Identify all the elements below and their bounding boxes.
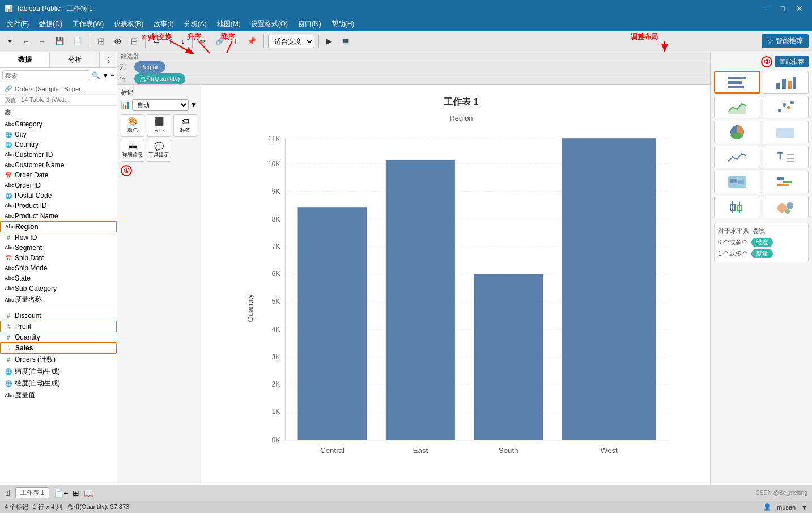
field-profit[interactable]: # Profit xyxy=(0,321,117,332)
menu-analysis[interactable]: 分析(A) xyxy=(180,18,211,30)
field-customer-id[interactable]: Abc Customer ID xyxy=(0,150,117,160)
menu-data[interactable]: 数据(D) xyxy=(35,18,67,30)
field-category[interactable]: Abc Category xyxy=(0,119,117,129)
region-column-pill[interactable]: Region xyxy=(134,61,165,73)
toolbar-pin[interactable]: 📌 xyxy=(244,35,260,48)
chart-type-area[interactable] xyxy=(714,96,760,118)
add-story-btn[interactable]: 📖 xyxy=(84,489,93,498)
chart-type-map[interactable] xyxy=(763,121,809,143)
menu-map[interactable]: 地图(M) xyxy=(212,18,245,30)
field-lat[interactable]: 🌐 纬度(自动生成) xyxy=(0,366,117,378)
sheet1-tab[interactable]: 工作表 1 xyxy=(15,487,49,498)
menu-story[interactable]: 故事(I) xyxy=(149,18,178,30)
menu-help[interactable]: 帮助(H) xyxy=(327,18,359,30)
chart-type-line[interactable] xyxy=(714,146,760,168)
maximize-btn[interactable]: □ xyxy=(776,4,789,13)
minimize-btn[interactable]: ─ xyxy=(759,4,773,13)
field-customer-name[interactable]: Abc Customer Name xyxy=(0,160,117,170)
field-postal-code[interactable]: 🌐 Postal Code xyxy=(0,190,117,201)
chart-type-filled-map[interactable] xyxy=(714,171,760,193)
field-quantity[interactable]: # Quantity xyxy=(0,332,117,342)
toolbar-text[interactable]: T xyxy=(230,35,241,48)
field-lon[interactable]: 🌐 经度(自动生成) xyxy=(0,378,117,389)
menu-file[interactable]: 文件(F) xyxy=(2,18,33,30)
search-input[interactable] xyxy=(2,70,90,80)
toolbar-new[interactable]: ✦ xyxy=(3,35,16,48)
field-segment[interactable]: Abc Segment xyxy=(0,243,117,253)
tab-data[interactable]: 数据 xyxy=(0,52,50,67)
chart-type-vbar[interactable] xyxy=(763,71,809,94)
bar-central[interactable] xyxy=(298,207,367,440)
suggest-dim-badge[interactable]: 维度 xyxy=(751,238,773,247)
list-icon[interactable]: ≡ xyxy=(110,71,114,79)
marks-detail-btn[interactable]: ≡≡ 详细信息 xyxy=(121,139,144,162)
menu-format[interactable]: 设置格式(O) xyxy=(246,18,292,30)
quantity-row-pill[interactable]: 总和(Quantity) xyxy=(134,73,185,84)
toolbar-new-datasource[interactable]: ⊞ xyxy=(94,33,108,49)
add-dashboard-btn[interactable]: ⊞ xyxy=(73,489,79,498)
toolbar-highlight[interactable]: ✏ xyxy=(197,35,210,48)
field-order-date[interactable]: 📅 Order Date xyxy=(0,170,117,180)
add-sheet-btn[interactable]: 📄+ xyxy=(54,489,68,498)
menu-dashboard[interactable]: 仪表板(B) xyxy=(109,18,148,30)
toolbar-undo[interactable]: ⊕ xyxy=(110,33,125,49)
field-measure-names[interactable]: Abc 度量名称 xyxy=(0,294,117,306)
bar-east[interactable] xyxy=(386,160,455,440)
toolbar-present[interactable]: ▶ xyxy=(323,35,335,48)
bar-south[interactable] xyxy=(474,274,543,440)
field-discount[interactable]: # Discount xyxy=(0,311,117,321)
smart-recommend-btn[interactable]: 智能推荐 xyxy=(775,56,809,67)
field-product-name[interactable]: Abc Product Name xyxy=(0,211,117,221)
suggest-meas-badge[interactable]: 度量 xyxy=(751,249,773,258)
field-ship-mode[interactable]: Abc Ship Mode xyxy=(0,263,117,273)
marks-color-btn[interactable]: 🎨 颜色 xyxy=(121,114,144,137)
chart-type-box[interactable] xyxy=(714,196,760,218)
chart-type-pie[interactable] xyxy=(714,121,760,143)
menu-window[interactable]: 窗口(N) xyxy=(294,18,326,30)
bar-west[interactable] xyxy=(562,138,656,440)
toolbar-save[interactable]: 💾 xyxy=(52,35,67,48)
toolbar-swap[interactable]: ⇄ xyxy=(150,35,163,48)
field-ship-date[interactable]: 📅 Ship Date xyxy=(0,253,117,263)
field-orders-count[interactable]: # Orders (计数) xyxy=(0,354,117,366)
chart-type-scatter[interactable] xyxy=(763,96,809,118)
toolbar-sort-asc[interactable]: ↑ xyxy=(165,35,176,48)
field-region[interactable]: Abc Region xyxy=(0,221,117,232)
marks-label-btn[interactable]: 🏷 标签 xyxy=(173,114,197,137)
toolbar-forward[interactable]: → xyxy=(35,35,49,48)
chart-type-text[interactable]: T xyxy=(763,146,809,168)
user-dropdown[interactable]: ▼ xyxy=(801,504,807,511)
field-row-id[interactable]: # Row ID xyxy=(0,232,117,243)
toolbar-device[interactable]: 💻 xyxy=(338,35,354,48)
marks-tooltip-btn[interactable]: 💬 工具提示 xyxy=(147,139,171,162)
chart-type-bubble[interactable] xyxy=(763,196,809,218)
filter-icon[interactable]: ▼ xyxy=(102,71,109,79)
chart-type-hbar[interactable] xyxy=(714,71,760,94)
field-city[interactable]: 🌐 City xyxy=(0,129,117,139)
marks-size-btn[interactable]: ⬛ 大小 xyxy=(147,114,171,137)
field-state[interactable]: Abc State xyxy=(0,273,117,283)
toolbar-annotate[interactable]: 🔗 xyxy=(212,35,228,48)
toolbar-redo[interactable]: ⊟ xyxy=(127,33,141,49)
toolbar-saveas[interactable]: 📄 xyxy=(70,35,86,48)
title-bar-controls[interactable]: ─ □ ✕ xyxy=(759,4,807,13)
field-order-id[interactable]: Abc Order ID xyxy=(0,180,117,190)
search-icon[interactable]: 🔍 xyxy=(92,71,100,79)
field-measure-values[interactable]: Abc 度量值 xyxy=(0,389,117,401)
field-sales[interactable]: # Sales xyxy=(0,342,117,354)
field-country[interactable]: 🌐 Country xyxy=(0,139,117,150)
toolbar-sort-desc[interactable]: ↓ xyxy=(178,35,189,48)
close-btn[interactable]: ✕ xyxy=(792,4,807,13)
datasource-tab[interactable]: 🗄 xyxy=(5,490,11,497)
field-sub-category[interactable]: Abc Sub-Category xyxy=(0,283,117,294)
toolbar-back[interactable]: ← xyxy=(19,35,33,48)
fit-dropdown[interactable]: 适合宽度 xyxy=(268,35,314,48)
field-product-id[interactable]: Abc Product ID xyxy=(0,201,117,211)
marks-dropdown-arrow[interactable]: ▼ xyxy=(190,101,197,109)
left-panel-options[interactable]: ⋮ xyxy=(100,52,117,67)
smart-recommend-toolbar-btn[interactable]: ☆ 智能推荐 xyxy=(762,34,809,48)
marks-type-dropdown[interactable]: 自动 xyxy=(132,99,189,111)
chart-type-gantt[interactable] xyxy=(763,171,809,193)
tab-analysis[interactable]: 分析 xyxy=(50,52,100,67)
menu-worksheet[interactable]: 工作表(W) xyxy=(68,18,108,30)
